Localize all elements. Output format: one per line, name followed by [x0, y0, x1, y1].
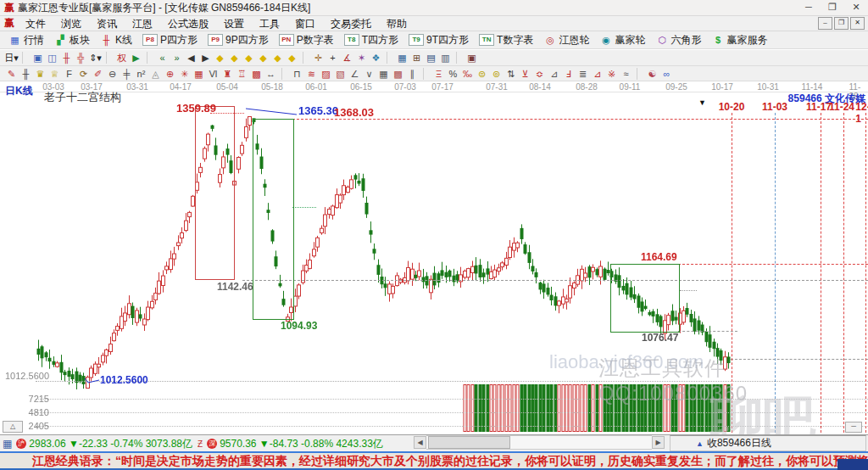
market-grid-icon[interactable]: ▦ [3, 438, 12, 450]
permille-tool-icon[interactable]: ‰ [460, 67, 475, 81]
shaded-box2-tool-icon[interactable]: ▧ [333, 67, 348, 81]
toolbar-quotes-button[interactable]: ▦行情 [3, 31, 49, 48]
period-day-dropdown[interactable]: 日▾ [4, 51, 19, 64]
toolbar-winner-service-button[interactable]: $赢家服务 [706, 31, 772, 48]
toolbar-p9-square-button[interactable]: P99P四方形 [203, 31, 274, 48]
toolbar-p-square-button[interactable]: P8P四方形 [137, 31, 203, 48]
menu-4[interactable]: 公式选股 [160, 18, 216, 30]
scroll-right-button[interactable]: ▶ [652, 436, 665, 449]
gold-ring-tool-icon[interactable]: ⊜ [475, 67, 489, 81]
grid-window-tool-icon[interactable]: ▩ [249, 67, 264, 81]
crosshair-tool-icon[interactable]: + [326, 51, 340, 64]
kline-small-icon[interactable]: ╫ [59, 51, 74, 64]
mdi-restore-button[interactable]: ❐ [834, 17, 849, 30]
minimize-button[interactable]: ─ [797, 1, 821, 14]
angle-line-tool-icon[interactable]: ∠ [348, 67, 362, 81]
menu-9[interactable]: 帮助 [379, 18, 415, 30]
multi-line-tool-icon[interactable]: ≣ [576, 67, 590, 81]
hatch-tool-icon[interactable]: ╫ [19, 67, 33, 81]
scrollbar-track[interactable] [426, 435, 652, 450]
percent-range-tool-icon[interactable]: Ξ [431, 67, 446, 81]
pane-collapse-button[interactable]: ─ [845, 422, 862, 433]
next-icon[interactable]: ▶ [198, 51, 213, 64]
starburst-tool-icon[interactable]: ✳ [177, 67, 192, 81]
maximize-button[interactable]: ❐ [821, 1, 844, 14]
gold-cup-tool-icon[interactable]: ♛ [33, 67, 47, 81]
zigzag-tool-icon[interactable]: ∨ [362, 67, 376, 81]
calculator-icon[interactable]: ⊞ [409, 51, 424, 64]
pencil-tool-icon[interactable]: ✎ [4, 67, 19, 81]
service-truck-icon[interactable]: ▣ [465, 51, 479, 64]
close-button[interactable]: ✕ [844, 1, 868, 14]
mdi-close-button[interactable]: ✕ [850, 17, 865, 30]
rays-tool-icon[interactable]: ≋ [304, 67, 319, 81]
silver-cup-tool-icon[interactable]: ♕ [47, 67, 62, 81]
angle-pct-tool-icon[interactable]: ⊿ [547, 67, 561, 81]
fib-levels-tool-icon[interactable]: Ⅎ [561, 67, 576, 81]
barrel-tool-icon[interactable]: ♖ [235, 67, 249, 81]
jump-first-icon[interactable]: « [155, 51, 170, 64]
shaded-box-tool-icon[interactable]: ▨ [319, 67, 333, 81]
flask-tool-icon[interactable]: ⊻ [518, 67, 532, 81]
wave-pct-tool-icon[interactable]: ≈ [619, 67, 633, 81]
scroll-left-button[interactable]: ◀ [414, 436, 426, 449]
toolbar-t-number-button[interactable]: TNT数字表 [474, 31, 538, 48]
jump-last-icon[interactable]: » [170, 51, 184, 64]
toolbar-gann-wheel-button[interactable]: ◎江恩轮 [538, 31, 594, 48]
gann-diamond-3-icon[interactable]: ◆ [242, 51, 256, 64]
window-tile-icon[interactable]: ▣ [31, 51, 45, 64]
gann-diamond-4-icon[interactable]: ◆ [256, 51, 270, 64]
kmark-tool-icon[interactable]: Ⅵ [206, 67, 220, 81]
spiral-tool-icon[interactable]: ⟳ [76, 67, 91, 81]
percent-tool-icon[interactable]: % [446, 67, 460, 81]
pen-angle-tool-icon[interactable]: ✐ [91, 67, 105, 81]
fuquan-icon[interactable]: 权 [114, 51, 129, 64]
fib-f-tool-icon[interactable]: F [62, 67, 76, 81]
grid-fine-red-tool-icon[interactable]: ▩ [391, 67, 405, 81]
save-icon[interactable]: ▤ [424, 51, 438, 64]
scale-dropdown[interactable]: ⇕▾ [88, 51, 103, 64]
parallel-tool-icon[interactable]: ∥ [405, 67, 420, 81]
grid-box-tool-icon[interactable]: ▦ [192, 67, 206, 81]
gann-diamond-5-icon[interactable]: ◆ [270, 51, 285, 64]
menu-2[interactable]: 资讯 [89, 18, 125, 30]
palette-tool-icon[interactable]: ❖ [369, 51, 383, 64]
grid-fine-tool-icon[interactable]: ▦ [376, 67, 391, 81]
fan-pct-tool-icon[interactable]: ※ [604, 67, 619, 81]
kline-multi-icon[interactable]: ╬ [74, 51, 88, 64]
shanghai-index-quote[interactable]: 2983.06 ▼-22.33 -0.74% 3073.88亿 [29, 437, 192, 451]
mdi-minimize-button[interactable]: – [818, 17, 832, 30]
pane-expand-button[interactable]: △ [3, 421, 23, 433]
gann-diamond-2-icon[interactable]: ◆ [227, 51, 242, 64]
scrollbar-thumb[interactable] [428, 436, 510, 449]
trend-pct-tool-icon[interactable]: ⊿ [590, 67, 604, 81]
dense-ruler-tool-icon[interactable]: ╪ [120, 67, 134, 81]
width-adjust-tool-icon[interactable]: ↔ [264, 67, 278, 81]
gann-diamond-1-icon[interactable]: ◆ [213, 51, 227, 64]
protractor-tool-icon[interactable]: ∡ [340, 51, 354, 64]
box-select-tool-icon[interactable]: ⊓ [290, 67, 304, 81]
menu-6[interactable]: 工具 [252, 18, 287, 30]
prev-icon[interactable]: ◀ [184, 51, 198, 64]
gold-ring2-tool-icon[interactable]: ⊚ [489, 67, 504, 81]
info-panel-icon[interactable]: ◫ [45, 51, 59, 64]
shenzhen-market-icon[interactable]: 深 [207, 439, 217, 449]
gann-tool-icon[interactable]: ✶ [354, 51, 369, 64]
print-icon[interactable]: ▥ [438, 51, 453, 64]
calendar-icon[interactable]: ▦ [395, 51, 409, 64]
hand-tool-icon[interactable]: ✛ [311, 51, 326, 64]
n-square-tool-icon[interactable]: n² [134, 67, 148, 81]
circle-split-tool-icon[interactable]: ⊖ [105, 67, 120, 81]
menu-8[interactable]: 交易委托 [323, 18, 379, 30]
toolbar-kline-button[interactable]: ╫K线 [95, 31, 137, 48]
toolbar-t9-square-button[interactable]: T99T四方形 [403, 31, 474, 48]
menu-0[interactable]: 文件 [18, 18, 53, 30]
infinity-icon[interactable]: ∞ [659, 67, 674, 81]
target-tool-icon[interactable]: ⊕ [163, 67, 177, 81]
a-mark-tool-icon[interactable]: ◬ [148, 67, 163, 81]
toolbar-winner-wheel-button[interactable]: ◉赢家轮 [594, 31, 650, 48]
horizontal-scrollbar[interactable]: ◀ ▶ [414, 436, 665, 449]
gann-pct-box-tool-icon[interactable]: ≎ [532, 67, 547, 81]
toolbar-hexagon-button[interactable]: ⬡六角形 [650, 31, 706, 48]
toolbar-p-number-button[interactable]: PNP数字表 [274, 31, 339, 48]
